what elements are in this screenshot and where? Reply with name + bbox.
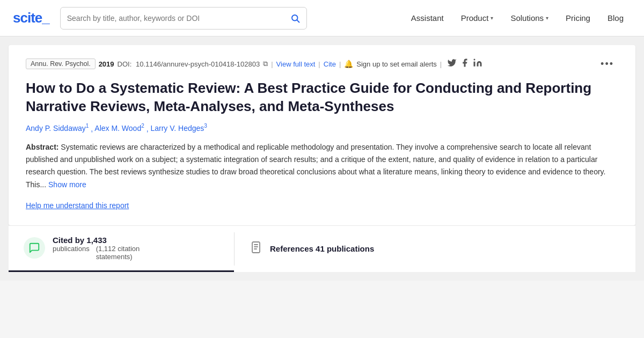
twitter-icon[interactable] bbox=[447, 58, 457, 70]
svg-line-1 bbox=[297, 20, 299, 22]
nav-solutions[interactable]: Solutions ▾ bbox=[503, 9, 556, 27]
authors[interactable]: Andy P. Siddaway1 , Alex M. Wood2 , Larr… bbox=[26, 123, 618, 133]
facebook-icon[interactable] bbox=[460, 58, 470, 70]
paper-card: Annu. Rev. Psychol. 2019 DOI: 10.1146/an… bbox=[9, 45, 635, 225]
view-full-text-link[interactable]: View full text bbox=[276, 60, 316, 68]
show-more-link[interactable]: Show more bbox=[48, 180, 86, 189]
meta-line: Annu. Rev. Psychol. 2019 DOI: 10.1146/an… bbox=[26, 58, 618, 70]
nav-pricing[interactable]: Pricing bbox=[558, 9, 598, 27]
paper-title: How to Do a Systematic Review: A Best Pr… bbox=[26, 79, 618, 116]
search-bar bbox=[60, 7, 307, 30]
chevron-down-icon: ▾ bbox=[491, 15, 493, 21]
abstract: Abstract: Systematic reviews are charact… bbox=[26, 141, 618, 190]
cited-by-icon bbox=[24, 237, 45, 259]
navbar: scite_ Assistant Product ▾ Solutions ▾ P… bbox=[0, 0, 644, 36]
cite-link[interactable]: Cite bbox=[324, 60, 336, 68]
cited-by-card[interactable]: Cited by 1,433 publications (1,112 citat… bbox=[9, 226, 234, 272]
references-icon bbox=[250, 241, 262, 256]
journal-badge: Annu. Rev. Psychol. bbox=[26, 58, 96, 69]
bell-icon: 🔔 bbox=[344, 60, 353, 68]
doi-label: DOI: 10.1146/annurev-psych-010418-102803 bbox=[118, 60, 260, 68]
search-icon bbox=[290, 13, 300, 23]
logo[interactable]: scite_ bbox=[13, 10, 49, 26]
references-card[interactable]: References 41 publications bbox=[235, 226, 635, 272]
nav-assistant[interactable]: Assistant bbox=[404, 9, 451, 27]
nav-product[interactable]: Product ▾ bbox=[453, 9, 501, 27]
more-options-button[interactable]: ••• bbox=[596, 58, 618, 70]
search-input[interactable] bbox=[67, 14, 290, 23]
nav-blog[interactable]: Blog bbox=[600, 9, 631, 27]
cited-by-text: Cited by 1,433 publications (1,112 citat… bbox=[53, 236, 140, 261]
author-1[interactable]: Andy P. Siddaway1 bbox=[26, 124, 91, 133]
content-wrapper: Annu. Rev. Psychol. 2019 DOI: 10.1146/an… bbox=[0, 36, 644, 281]
help-understand-link[interactable]: Help me understand this report bbox=[26, 201, 129, 210]
copy-icon[interactable]: ⧉ bbox=[263, 60, 268, 68]
svg-point-2 bbox=[474, 59, 475, 61]
social-icons bbox=[447, 58, 482, 70]
author-2[interactable]: Alex M. Wood2 bbox=[94, 124, 146, 133]
author-3[interactable]: Larry V. Hedges3 bbox=[150, 124, 207, 133]
alert-text[interactable]: Sign up to set email alerts bbox=[356, 60, 437, 68]
nav-links: Assistant Product ▾ Solutions ▾ Pricing … bbox=[404, 9, 631, 27]
linkedin-icon[interactable] bbox=[473, 58, 482, 70]
paper-year: 2019 bbox=[99, 60, 114, 68]
chevron-down-icon: ▾ bbox=[546, 15, 548, 21]
stats-bar: Cited by 1,433 publications (1,112 citat… bbox=[9, 225, 635, 272]
svg-rect-3 bbox=[252, 242, 260, 253]
references-label: References 41 publications bbox=[270, 244, 374, 253]
